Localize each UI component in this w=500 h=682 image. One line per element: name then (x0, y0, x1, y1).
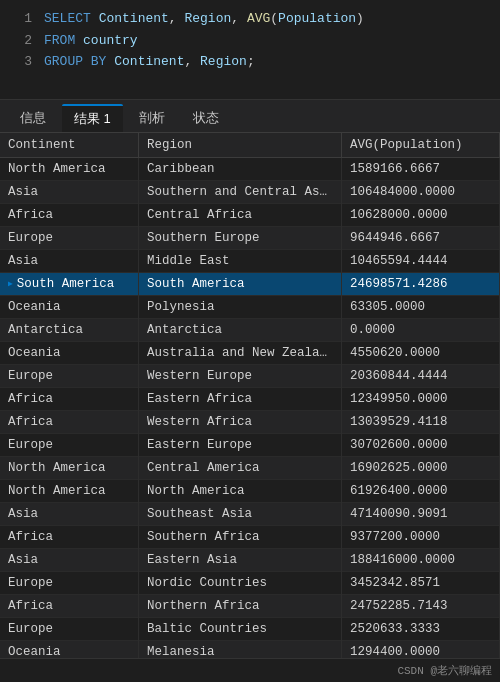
cell-12-1: Eastern Europe (139, 433, 342, 456)
footer-text: CSDN @老六聊编程 (397, 663, 492, 678)
cell-13-1: Central America (139, 456, 342, 479)
tab-status[interactable]: 状态 (181, 105, 231, 131)
cell-6-0: Oceania (0, 295, 139, 318)
cell-8-1: Australia and New Zealand (139, 341, 342, 364)
cell-19-0: Africa (0, 594, 139, 617)
code-text-2: FROM country (44, 31, 138, 51)
code-text-3: GROUP BY Continent, Region; (44, 52, 255, 72)
cell-17-1: Eastern Asia (139, 548, 342, 571)
table-row[interactable]: AfricaWestern Africa13039529.4118 (0, 410, 500, 433)
cell-6-2: 63305.0000 (342, 295, 500, 318)
cell-9-0: Europe (0, 364, 139, 387)
cell-10-2: 12349950.0000 (342, 387, 500, 410)
cell-2-2: 10628000.0000 (342, 203, 500, 226)
cell-15-0: Asia (0, 502, 139, 525)
cell-16-2: 9377200.0000 (342, 525, 500, 548)
table-row[interactable]: AsiaSouthern and Central Asia106484000.0… (0, 180, 500, 203)
table-row[interactable]: EuropeEastern Europe30702600.0000 (0, 433, 500, 456)
table-row[interactable]: EuropeSouthern Europe9644946.6667 (0, 226, 500, 249)
cell-12-2: 30702600.0000 (342, 433, 500, 456)
code-line-2: 2 FROM country (0, 30, 500, 52)
cell-7-1: Antarctica (139, 318, 342, 341)
table-row[interactable]: North AmericaCaribbean1589166.6667 (0, 157, 500, 180)
cell-18-1: Nordic Countries (139, 571, 342, 594)
cell-1-0: Asia (0, 180, 139, 203)
cell-4-1: Middle East (139, 249, 342, 272)
cell-14-2: 61926400.0000 (342, 479, 500, 502)
cell-20-0: Europe (0, 617, 139, 640)
tabs-bar: 信息 结果 1 剖析 状态 (0, 100, 500, 133)
cell-18-0: Europe (0, 571, 139, 594)
code-editor: 1 SELECT Continent, Region, AVG(Populati… (0, 0, 500, 100)
cell-15-2: 47140090.9091 (342, 502, 500, 525)
cell-3-0: Europe (0, 226, 139, 249)
cell-9-1: Western Europe (139, 364, 342, 387)
cell-14-0: North America (0, 479, 139, 502)
col-header-avg: AVG(Population) (342, 133, 500, 158)
code-line-1: 1 SELECT Continent, Region, AVG(Populati… (0, 8, 500, 30)
table-row[interactable]: AfricaEastern Africa12349950.0000 (0, 387, 500, 410)
cell-1-1: Southern and Central Asia (139, 180, 342, 203)
cell-7-0: Antarctica (0, 318, 139, 341)
code-text-1: SELECT Continent, Region, AVG(Population… (44, 9, 364, 29)
results-area: Continent Region AVG(Population) North A… (0, 133, 500, 683)
cell-20-2: 2520633.3333 (342, 617, 500, 640)
results-table: Continent Region AVG(Population) North A… (0, 133, 500, 683)
line-number-3: 3 (8, 52, 32, 72)
col-header-continent: Continent (0, 133, 139, 158)
cell-5-0: ▶South America (0, 272, 139, 295)
cell-18-2: 3452342.8571 (342, 571, 500, 594)
tab-info[interactable]: 信息 (8, 105, 58, 131)
cell-14-1: North America (139, 479, 342, 502)
cell-15-1: Southeast Asia (139, 502, 342, 525)
table-row[interactable]: ▶South AmericaSouth America24698571.4286 (0, 272, 500, 295)
cell-13-0: North America (0, 456, 139, 479)
cell-0-0: North America (0, 157, 139, 180)
cell-17-2: 188416000.0000 (342, 548, 500, 571)
cell-20-1: Baltic Countries (139, 617, 342, 640)
table-row[interactable]: EuropeNordic Countries3452342.8571 (0, 571, 500, 594)
table-row[interactable]: AfricaNorthern Africa24752285.7143 (0, 594, 500, 617)
cell-6-1: Polynesia (139, 295, 342, 318)
tab-results[interactable]: 结果 1 (62, 104, 123, 132)
table-row[interactable]: AsiaSoutheast Asia47140090.9091 (0, 502, 500, 525)
table-row[interactable]: North AmericaNorth America61926400.0000 (0, 479, 500, 502)
table-row[interactable]: North AmericaCentral America16902625.000… (0, 456, 500, 479)
table-row[interactable]: AntarcticaAntarctica0.0000 (0, 318, 500, 341)
cell-11-1: Western Africa (139, 410, 342, 433)
cell-4-0: Asia (0, 249, 139, 272)
table-row[interactable]: AfricaSouthern Africa9377200.0000 (0, 525, 500, 548)
cell-3-2: 9644946.6667 (342, 226, 500, 249)
cell-1-2: 106484000.0000 (342, 180, 500, 203)
cell-8-0: Oceania (0, 341, 139, 364)
footer: CSDN @老六聊编程 (0, 658, 500, 682)
table-row[interactable]: AfricaCentral Africa10628000.0000 (0, 203, 500, 226)
table-row[interactable]: AsiaEastern Asia188416000.0000 (0, 548, 500, 571)
cell-10-1: Eastern Africa (139, 387, 342, 410)
row-indicator-icon: ▶ (8, 279, 13, 288)
code-line-3: 3 GROUP BY Continent, Region; (0, 51, 500, 73)
cell-16-1: Southern Africa (139, 525, 342, 548)
cell-16-0: Africa (0, 525, 139, 548)
table-row[interactable]: OceaniaAustralia and New Zealand4550620.… (0, 341, 500, 364)
cell-5-1: South America (139, 272, 342, 295)
cell-11-0: Africa (0, 410, 139, 433)
tab-profiling[interactable]: 剖析 (127, 105, 177, 131)
cell-4-2: 10465594.4444 (342, 249, 500, 272)
cell-10-0: Africa (0, 387, 139, 410)
cell-11-2: 13039529.4118 (342, 410, 500, 433)
cell-2-0: Africa (0, 203, 139, 226)
cell-5-2: 24698571.4286 (342, 272, 500, 295)
cell-8-2: 4550620.0000 (342, 341, 500, 364)
table-row[interactable]: EuropeBaltic Countries2520633.3333 (0, 617, 500, 640)
table-header-row: Continent Region AVG(Population) (0, 133, 500, 158)
cell-3-1: Southern Europe (139, 226, 342, 249)
cell-17-0: Asia (0, 548, 139, 571)
table-row[interactable]: EuropeWestern Europe20360844.4444 (0, 364, 500, 387)
table-row[interactable]: AsiaMiddle East10465594.4444 (0, 249, 500, 272)
table-row[interactable]: OceaniaPolynesia63305.0000 (0, 295, 500, 318)
cell-19-2: 24752285.7143 (342, 594, 500, 617)
cell-7-2: 0.0000 (342, 318, 500, 341)
line-number-1: 1 (8, 9, 32, 29)
cell-0-1: Caribbean (139, 157, 342, 180)
